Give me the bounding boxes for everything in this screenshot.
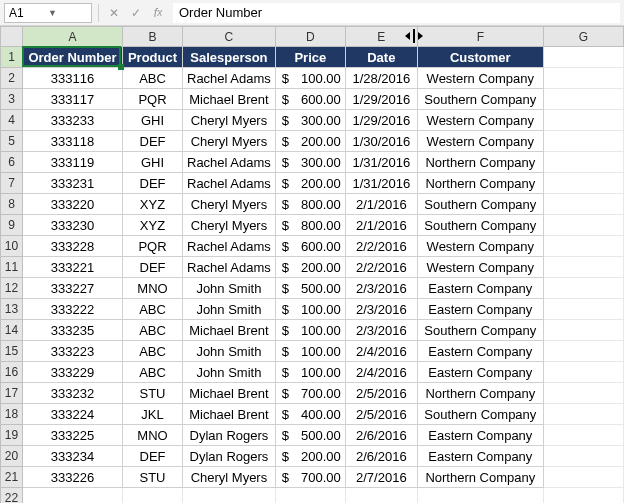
formula-input[interactable] (173, 3, 620, 23)
column-title[interactable]: Date (345, 47, 417, 68)
cell-order[interactable]: 333221 (23, 257, 123, 278)
cell-customer[interactable]: Eastern Company (417, 341, 543, 362)
cell-order[interactable]: 333226 (23, 467, 123, 488)
cell-date[interactable]: 2/5/2016 (345, 383, 417, 404)
cell[interactable] (543, 446, 623, 467)
cell-salesperson[interactable]: Dylan Rogers (183, 425, 276, 446)
cell-salesperson[interactable]: Cheryl Myers (183, 194, 276, 215)
column-title[interactable]: Order Number (23, 47, 123, 68)
cell-price[interactable]: $200.00 (275, 257, 345, 278)
row-header[interactable]: 5 (1, 131, 23, 152)
col-header-G[interactable]: G (543, 27, 623, 47)
cell-price[interactable]: $300.00 (275, 152, 345, 173)
cell[interactable] (543, 404, 623, 425)
row-header[interactable]: 11 (1, 257, 23, 278)
row-header[interactable]: 8 (1, 194, 23, 215)
cell-customer[interactable]: Northern Company (417, 467, 543, 488)
cell-order[interactable]: 333117 (23, 89, 123, 110)
cell-product[interactable]: PQR (123, 236, 183, 257)
cell-price[interactable]: $100.00 (275, 68, 345, 89)
column-title[interactable]: Product (123, 47, 183, 68)
cell-customer[interactable]: Eastern Company (417, 299, 543, 320)
sheet-area[interactable]: A B C D E F G 1Order NumberProductSalesp… (0, 26, 624, 503)
cell[interactable] (543, 194, 623, 215)
cell-salesperson[interactable]: John Smith (183, 362, 276, 383)
cell-date[interactable]: 2/3/2016 (345, 299, 417, 320)
row-header[interactable]: 17 (1, 383, 23, 404)
cell-customer[interactable]: Southern Company (417, 320, 543, 341)
cell[interactable] (543, 299, 623, 320)
cell-salesperson[interactable]: Cheryl Myers (183, 131, 276, 152)
cell-customer[interactable]: Western Company (417, 131, 543, 152)
cell-salesperson[interactable]: Michael Brent (183, 89, 276, 110)
cell-date[interactable]: 1/29/2016 (345, 89, 417, 110)
cell[interactable] (543, 89, 623, 110)
cell-customer[interactable]: Western Company (417, 110, 543, 131)
row-header[interactable]: 20 (1, 446, 23, 467)
cell-product[interactable]: XYZ (123, 194, 183, 215)
cell-product[interactable]: PQR (123, 89, 183, 110)
cell-salesperson[interactable]: John Smith (183, 299, 276, 320)
row-header[interactable]: 6 (1, 152, 23, 173)
cell-date[interactable]: 2/7/2016 (345, 467, 417, 488)
cell-order[interactable]: 333220 (23, 194, 123, 215)
cell-customer[interactable]: Eastern Company (417, 278, 543, 299)
cell-date[interactable]: 1/31/2016 (345, 173, 417, 194)
cell-product[interactable]: ABC (123, 320, 183, 341)
cell-date[interactable]: 2/6/2016 (345, 425, 417, 446)
cell-date[interactable]: 1/28/2016 (345, 68, 417, 89)
spreadsheet-grid[interactable]: A B C D E F G 1Order NumberProductSalesp… (0, 26, 624, 503)
cell-price[interactable]: $400.00 (275, 404, 345, 425)
cell-product[interactable]: ABC (123, 362, 183, 383)
cell-date[interactable]: 2/4/2016 (345, 362, 417, 383)
cell-product[interactable]: DEF (123, 131, 183, 152)
cell-price[interactable]: $300.00 (275, 110, 345, 131)
cell[interactable] (345, 488, 417, 504)
cell-customer[interactable]: Northern Company (417, 383, 543, 404)
cell[interactable] (543, 236, 623, 257)
cell-salesperson[interactable]: Rachel Adams (183, 152, 276, 173)
row-header[interactable]: 14 (1, 320, 23, 341)
cell-date[interactable]: 2/2/2016 (345, 257, 417, 278)
cell-customer[interactable]: Southern Company (417, 89, 543, 110)
cell-salesperson[interactable]: Cheryl Myers (183, 467, 276, 488)
cell-order[interactable]: 333230 (23, 215, 123, 236)
cell-order[interactable]: 333222 (23, 299, 123, 320)
cell-product[interactable]: JKL (123, 404, 183, 425)
cell-product[interactable]: STU (123, 383, 183, 404)
column-title[interactable]: Price (275, 47, 345, 68)
row-header[interactable]: 9 (1, 215, 23, 236)
cell-product[interactable]: GHI (123, 152, 183, 173)
row-header[interactable]: 7 (1, 173, 23, 194)
cell[interactable] (543, 362, 623, 383)
row-header[interactable]: 18 (1, 404, 23, 425)
cell-order[interactable]: 333231 (23, 173, 123, 194)
cell-date[interactable]: 2/6/2016 (345, 446, 417, 467)
cell-order[interactable]: 333118 (23, 131, 123, 152)
cell-order[interactable]: 333224 (23, 404, 123, 425)
cell-salesperson[interactable]: Michael Brent (183, 383, 276, 404)
cell-product[interactable]: XYZ (123, 215, 183, 236)
cell-product[interactable]: DEF (123, 446, 183, 467)
cell-date[interactable]: 1/31/2016 (345, 152, 417, 173)
column-title[interactable]: Customer (417, 47, 543, 68)
cell-salesperson[interactable]: Dylan Rogers (183, 446, 276, 467)
row-header[interactable]: 13 (1, 299, 23, 320)
name-box[interactable]: A1 ▼ (4, 3, 92, 23)
cell-price[interactable]: $100.00 (275, 341, 345, 362)
enter-icon[interactable]: ✓ (127, 4, 145, 22)
cell-price[interactable]: $500.00 (275, 425, 345, 446)
cell-customer[interactable]: Northern Company (417, 152, 543, 173)
cell-price[interactable]: $800.00 (275, 194, 345, 215)
cell[interactable] (543, 68, 623, 89)
cancel-icon[interactable]: ✕ (105, 4, 123, 22)
fx-icon[interactable]: fx (149, 4, 167, 22)
col-header-F[interactable]: F (417, 27, 543, 47)
cell-product[interactable]: MNO (123, 278, 183, 299)
cell-salesperson[interactable]: Rachel Adams (183, 257, 276, 278)
row-header[interactable]: 21 (1, 467, 23, 488)
cell[interactable] (543, 278, 623, 299)
cell-order[interactable]: 333234 (23, 446, 123, 467)
cell-price[interactable]: $200.00 (275, 131, 345, 152)
cell-customer[interactable]: Southern Company (417, 215, 543, 236)
